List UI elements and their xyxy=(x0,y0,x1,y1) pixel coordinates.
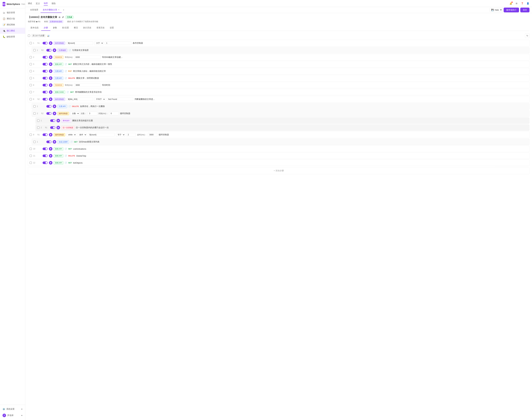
step-5-toggle[interactable] xyxy=(42,77,48,79)
step-8-value[interactable] xyxy=(107,97,133,101)
step-9-timeout[interactable] xyxy=(148,133,157,136)
sidebar-item-test-case[interactable]: 📝 测试用例 xyxy=(0,22,25,28)
user-avatar-icon[interactable]: 👤 xyxy=(526,2,530,5)
step-1-1-checkbox[interactable] xyxy=(33,49,36,51)
step-6-wait-value[interactable] xyxy=(74,83,101,87)
step-4-toggle[interactable] xyxy=(42,70,48,73)
step-8-1-play[interactable] xyxy=(53,105,56,108)
share-icon[interactable]: ↗ xyxy=(62,16,64,19)
step-12-checkbox[interactable] xyxy=(30,162,32,164)
step-2-wait-value[interactable] xyxy=(74,56,101,59)
tab-all-scenarios[interactable]: 全部场景 xyxy=(28,7,41,13)
step-9-condition[interactable]: 条件 xyxy=(78,133,87,137)
nav-report[interactable]: 报告 xyxy=(52,1,56,6)
grid-icon[interactable]: ⊞ xyxy=(515,2,518,5)
step-11-checkbox[interactable] xyxy=(30,155,32,157)
step-5-play[interactable] xyxy=(49,76,52,80)
step-12-play[interactable] xyxy=(49,161,52,165)
step-8-2-1-checkbox[interactable] xyxy=(37,120,40,122)
step-8-field1[interactable] xyxy=(67,97,93,101)
step-7-toggle[interactable] xyxy=(42,91,48,93)
step-4-play[interactable] xyxy=(49,69,52,73)
step-9-1-play[interactable] xyxy=(53,140,56,144)
step-12-toggle[interactable] xyxy=(42,162,48,164)
step-1-1-toggle[interactable] xyxy=(46,49,52,51)
sub-tab-basic[interactable]: 基本信息 xyxy=(28,25,41,31)
step-1-field1[interactable] xyxy=(67,41,93,45)
step-10-toggle[interactable] xyxy=(42,148,48,150)
step-8-2-1-play[interactable] xyxy=(56,119,60,122)
step-9-field1[interactable] xyxy=(88,133,115,136)
nav-define[interactable]: 定义 xyxy=(36,1,40,6)
step-5-checkbox[interactable] xyxy=(30,77,32,79)
help-icon[interactable]: ❓ xyxy=(521,2,524,5)
step-8-operator[interactable]: 不等于 xyxy=(94,97,105,101)
step-6-toggle[interactable] xyxy=(42,84,48,86)
step-2-checkbox[interactable] xyxy=(30,56,32,58)
step-8-1-checkbox[interactable] xyxy=(33,105,36,107)
nav-scenario[interactable]: 场景 xyxy=(44,1,48,6)
step-7-play[interactable] xyxy=(49,90,52,94)
refresh-button[interactable]: ↻ xyxy=(525,33,530,38)
sub-tab-exec-history[interactable]: 执行历史 xyxy=(81,25,94,31)
notification-icon[interactable]: 🔔 xyxy=(509,2,512,5)
step-2-toggle[interactable] xyxy=(42,56,48,59)
step-8-2-times[interactable] xyxy=(88,112,97,115)
step-8-2-1-toggle[interactable] xyxy=(50,119,55,122)
favorite-icon[interactable]: ☆ xyxy=(58,16,60,19)
step-3-toggle[interactable] xyxy=(42,63,48,65)
sidebar-footer-settings[interactable]: ⚙️ 系统设置 ▼ xyxy=(0,406,25,412)
sub-tab-settings[interactable]: 设置 xyxy=(107,25,116,31)
tab-close-icon[interactable]: ✕ xyxy=(58,9,59,11)
step-9-while[interactable]: while xyxy=(67,133,76,137)
sidebar-item-project[interactable]: 🗂 项目管理 xyxy=(0,10,25,16)
step-6-play[interactable] xyxy=(49,83,52,87)
add-step-button[interactable]: + 添加步骤 xyxy=(28,167,530,174)
step-11-toggle[interactable] xyxy=(42,154,48,157)
step-4-checkbox[interactable] xyxy=(30,70,32,72)
sub-tab-change-history[interactable]: 变更历史 xyxy=(94,25,107,31)
step-9-toggle[interactable] xyxy=(42,134,48,136)
step-1-play[interactable] xyxy=(49,41,52,45)
step-8-2-interval[interactable] xyxy=(109,112,119,115)
sub-tab-assertion[interactable]: 断言 xyxy=(71,25,81,31)
step-8-2-2-play[interactable] xyxy=(56,126,60,129)
step-11-play[interactable] xyxy=(49,154,52,158)
step-8-1-toggle[interactable] xyxy=(46,105,52,108)
tab-add-button[interactable]: + xyxy=(62,8,66,12)
sub-tab-steps[interactable]: 步骤 xyxy=(41,25,50,31)
step-10-play[interactable] xyxy=(49,147,52,150)
select-all-checkbox[interactable] xyxy=(28,35,30,37)
step-1-value[interactable] xyxy=(105,41,131,45)
step-9-1-checkbox[interactable] xyxy=(33,141,36,143)
step-1-operator[interactable]: 大于 xyxy=(94,41,104,45)
step-8-play[interactable] xyxy=(49,97,52,101)
step-1-1-play[interactable] xyxy=(53,48,56,52)
step-3-play[interactable] xyxy=(49,62,52,66)
sub-tab-params[interactable]: 参数 xyxy=(50,25,59,31)
workspace-selector[interactable]: 💾 Halo ▼ xyxy=(490,8,504,12)
step-8-2-checkbox[interactable] xyxy=(33,112,36,115)
step-8-2-2-checkbox[interactable] xyxy=(37,126,40,129)
sub-tab-pre-post[interactable]: 前/后置 xyxy=(59,25,71,31)
step-6-checkbox[interactable] xyxy=(30,84,32,86)
sidebar-footer-user[interactable]: 罗 罗老师 ▼ xyxy=(0,412,25,419)
step-8-checkbox[interactable] xyxy=(30,98,32,100)
step-8-2-toggle[interactable] xyxy=(46,112,52,115)
sidebar-item-api-test[interactable]: 🔌 接口测试 xyxy=(0,28,25,34)
step-2-play[interactable] xyxy=(49,56,52,59)
step-3-checkbox[interactable] xyxy=(30,63,32,65)
execute-button[interactable]: 服务端执行 xyxy=(504,8,519,12)
sidebar-item-defect[interactable]: 🐛 缺陷管理 xyxy=(0,34,25,40)
step-1-checkbox[interactable] xyxy=(30,42,32,44)
step-9-operator[interactable]: 等于 xyxy=(116,133,125,137)
nav-debug[interactable]: 调试 xyxy=(28,1,32,6)
step-10-checkbox[interactable] xyxy=(30,148,32,150)
tab-publish-delete[interactable]: 发布并删除文章 ✕ xyxy=(41,7,62,13)
step-9-play[interactable] xyxy=(49,133,52,136)
step-8-2-2-toggle[interactable] xyxy=(50,126,55,129)
step-8-2-loop-type[interactable]: 次数 xyxy=(70,112,80,115)
step-8-toggle[interactable] xyxy=(42,98,48,101)
sidebar-item-test-plan[interactable]: 📋 测试计划 xyxy=(0,16,25,22)
save-button[interactable]: 保存 xyxy=(520,8,530,12)
